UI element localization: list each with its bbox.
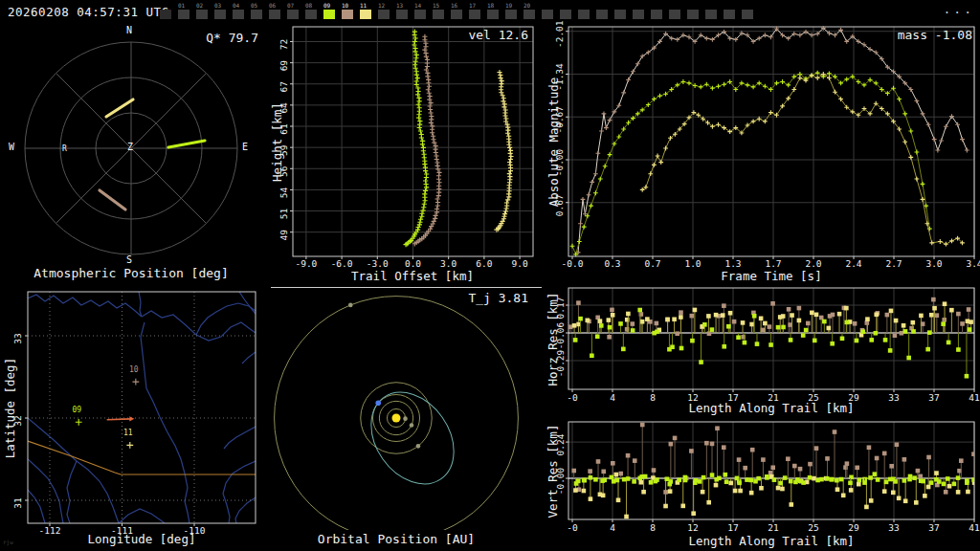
watermark: rjw: [3, 539, 13, 545]
svg-text:8: 8: [650, 392, 656, 403]
svg-text:0.7: 0.7: [644, 258, 660, 269]
frame-box-16[interactable]: 16: [451, 3, 462, 19]
frame-box-07[interactable]: 07: [287, 3, 299, 19]
frame-box-04[interactable]: 04: [233, 3, 244, 19]
vel-badge: vel 12.6: [364, 28, 528, 42]
magnitude-plot: -0.00.30.71.01.31.72.02.42.73.03.4-2.01-…: [554, 20, 980, 269]
frame-box-19[interactable]: 19: [505, 3, 517, 19]
svg-text:9.0: 9.0: [512, 258, 528, 269]
vert-res-xlabel: Length Along Trail [km]: [676, 534, 867, 548]
trail-offset-plot: -9.0-6.0-3.00.03.06.09.07269676461595654…: [278, 27, 533, 269]
svg-text:-9.0: -9.0: [295, 258, 317, 269]
frame-box-13[interactable]: 13: [396, 3, 408, 19]
svg-text:4: 4: [610, 392, 615, 403]
svg-text:11: 11: [123, 429, 133, 437]
horz-res-ylabel: Horz Res [km]: [546, 287, 560, 392]
ground-map-plot: -112-111-110333231091011: [12, 292, 256, 536]
frame-box-06[interactable]: 06: [269, 3, 280, 19]
frame-box-blank-23[interactable]: [578, 3, 590, 19]
frame-box-02[interactable]: 02: [196, 3, 208, 19]
svg-text:2.7: 2.7: [885, 258, 902, 269]
frame-box-blank-0[interactable]: [160, 3, 171, 19]
zenith-label: Z: [127, 142, 133, 152]
overflow-menu[interactable]: ...: [944, 2, 974, 16]
frame-box-blank-31[interactable]: [724, 3, 735, 19]
trail-ylabel: Height [km]: [270, 85, 284, 200]
svg-text:0.3: 0.3: [604, 258, 620, 269]
svg-text:8: 8: [650, 522, 656, 533]
vert-res-plot: -04812172125293337410.24-0.00: [555, 422, 980, 533]
svg-text:12: 12: [687, 522, 698, 533]
frame-box-blank-29[interactable]: [687, 3, 699, 19]
svg-text:-2.01: -2.01: [554, 20, 565, 48]
horz-res-xlabel: Length Along Trail [km]: [676, 401, 867, 415]
svg-text:25: 25: [808, 522, 818, 533]
frame-box-15[interactable]: 15: [433, 3, 444, 19]
svg-text:3.4: 3.4: [966, 258, 980, 269]
compass-west-label: W: [9, 142, 14, 152]
compass-east-label: E: [242, 142, 248, 152]
svg-text:-6.0: -6.0: [331, 258, 353, 269]
frame-box-blank-32[interactable]: [742, 3, 753, 19]
frame-box-14[interactable]: 14: [414, 3, 426, 19]
trail-xlabel: Trail Offset [km]: [317, 269, 508, 283]
utc-clock: 20260208 04:57:31 UTC: [8, 5, 169, 19]
frame-box-12[interactable]: 12: [378, 3, 390, 19]
frame-box-blank-25[interactable]: [614, 3, 626, 19]
frame-box-17[interactable]: 17: [469, 3, 480, 19]
mass-badge: mass -1.08: [781, 28, 972, 42]
svg-text:51: 51: [278, 209, 289, 220]
horz-res-plot: -04812172125293337410.17-0.06-0.29: [555, 288, 980, 403]
frame-box-blank-26[interactable]: [633, 3, 644, 19]
svg-text:3.0: 3.0: [925, 258, 942, 269]
svg-text:37: 37: [928, 522, 939, 533]
svg-text:21: 21: [768, 522, 779, 533]
frame-box-blank-27[interactable]: [651, 3, 662, 19]
frame-box-18[interactable]: 18: [487, 3, 499, 19]
compass-north-label: N: [126, 25, 132, 35]
radiant-label: R: [62, 144, 67, 153]
frame-box-blank-30[interactable]: [705, 3, 717, 19]
orbital-caption: Orbital Position [AU]: [301, 532, 492, 546]
svg-text:33: 33: [888, 392, 899, 403]
orbital-plot: [271, 288, 542, 540]
svg-text:1.3: 1.3: [724, 258, 741, 269]
atmospheric-caption: Atmospheric Position [deg]: [16, 266, 246, 280]
svg-text:17: 17: [727, 522, 738, 533]
svg-text:10: 10: [129, 365, 139, 374]
frame-box-11[interactable]: 11: [360, 3, 371, 19]
frame-box-blank-24[interactable]: [596, 3, 608, 19]
frame-box-blank-22[interactable]: [560, 3, 571, 19]
frame-box-08[interactable]: 08: [305, 3, 317, 19]
frame-box-09[interactable]: 09: [323, 3, 335, 19]
svg-text:1.7: 1.7: [765, 258, 781, 269]
frame-box-10[interactable]: 10: [342, 3, 353, 19]
svg-text:-0: -0: [567, 392, 578, 403]
svg-text:0.0: 0.0: [405, 258, 421, 269]
svg-text:2.4: 2.4: [845, 258, 861, 269]
frame-box-05[interactable]: 05: [251, 3, 262, 19]
svg-text:49: 49: [278, 230, 289, 241]
frame-box-20[interactable]: 20: [523, 3, 535, 19]
svg-text:09: 09: [72, 406, 81, 414]
svg-text:37: 37: [928, 392, 939, 403]
frame-box-03[interactable]: 03: [214, 3, 226, 19]
svg-text:-0: -0: [567, 522, 578, 533]
svg-text:33: 33: [888, 522, 899, 533]
svg-text:31: 31: [12, 497, 23, 509]
map-xlabel: Longitude [deg]: [46, 532, 237, 546]
frame-box-blank-21[interactable]: [542, 3, 553, 19]
svg-text:-3.0: -3.0: [367, 258, 389, 269]
map-ylabel: Latitude [deg]: [3, 351, 17, 466]
svg-text:41: 41: [969, 392, 980, 403]
frame-box-01[interactable]: 01: [178, 3, 189, 19]
svg-text:33: 33: [12, 333, 23, 343]
qstar-badge: Q* 79.7: [96, 31, 258, 45]
frame-box-blank-28[interactable]: [669, 3, 680, 19]
svg-text:72: 72: [278, 39, 289, 50]
svg-text:4: 4: [610, 522, 615, 533]
svg-text:69: 69: [278, 60, 289, 72]
svg-text:2.0: 2.0: [805, 258, 821, 269]
svg-text:1.0: 1.0: [684, 258, 701, 269]
compass-south-label: S: [126, 254, 132, 265]
